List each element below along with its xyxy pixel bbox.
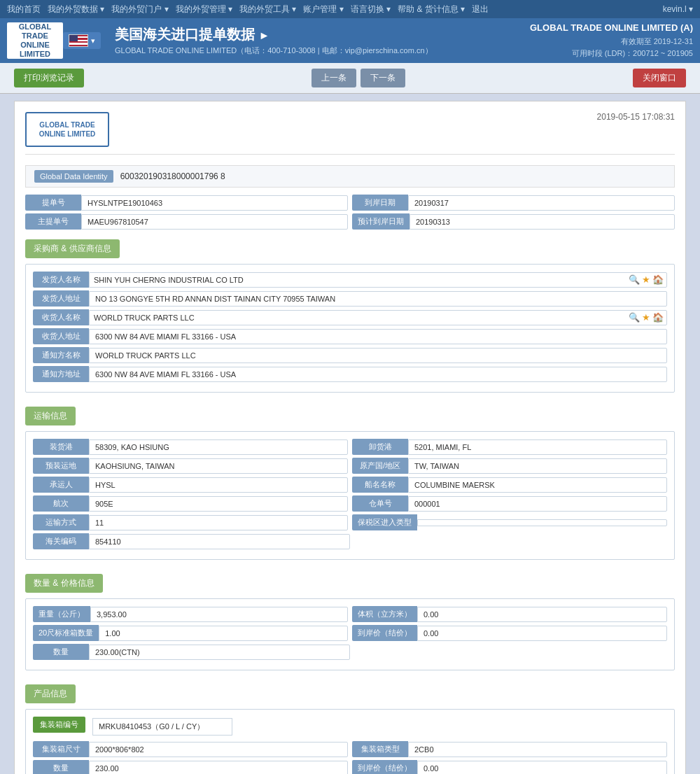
consignee-name-row: 收货人名称 WORLD TRUCK PARTS LLC 🔍 ★ 🏠 xyxy=(33,309,667,325)
bill-row: 提单号 HYSLNTPE19010463 到岸日期 20190317 xyxy=(25,195,675,211)
container-no-row: 集装箱编号 MRKU8410453（G0 / L / CY） xyxy=(33,717,667,737)
voyage-warehouse-row: 航次 905E 仓单号 000001 xyxy=(33,495,667,512)
transport-mode-value: 11 xyxy=(89,515,348,530)
prev-button-top[interactable]: 上一条 xyxy=(312,69,356,87)
main-bill-label: 主提单号 xyxy=(25,213,81,230)
warehouse-field: 仓单号 000001 xyxy=(352,495,667,512)
shipper-name-value: SHIN YUH CHERNG INDUSTRIAL CO LTD xyxy=(90,273,629,287)
quantity-container: 重量（公斤） 3,953.00 体积（立方米） 0.00 20尺标准箱数量 1.… xyxy=(25,598,675,670)
nav-foreign-manage[interactable]: 我的外贸管理 ▾ xyxy=(176,3,232,15)
loading-place-value: KAOHSIUNG, TAIWAN xyxy=(89,458,348,474)
print-button-top[interactable]: 打印浏览记录 xyxy=(14,69,84,87)
quantity-section-header: 数量 & 价格信息 xyxy=(25,574,103,593)
shore-price-field: 到岸价（结价） 0.00 xyxy=(352,625,667,641)
nav-language[interactable]: 语言切换 ▾ xyxy=(351,3,391,15)
consignee-addr-value: 6300 NW 84 AVE MIAMI FL 33166 - USA xyxy=(89,329,667,344)
arrival-date-label: 到岸日期 xyxy=(352,195,408,211)
transport-tariff-row: 运输方式 11 保税区进入类型 xyxy=(33,514,667,530)
shipper-name-row: 发货人名称 SHIN YUH CHERNG INDUSTRIAL CO LTD … xyxy=(33,272,667,288)
shipper-name-label: 发货人名称 xyxy=(33,272,89,288)
voyage-field: 航次 905E xyxy=(33,495,348,512)
transport-mode-field: 运输方式 11 xyxy=(33,514,348,530)
loading-place-field: 预装运地 KAOHSIUNG, TAIWAN xyxy=(33,458,348,474)
container-type-value: 2CB0 xyxy=(408,742,667,757)
nav-logout[interactable]: 退出 xyxy=(472,3,489,15)
bill-value: HYSLNTPE19010463 xyxy=(81,195,348,211)
departure-port-field: 装货港 58309, KAO HSIUNG xyxy=(33,439,348,455)
weight-volume-row: 重量（公斤） 3,953.00 体积（立方米） 0.00 xyxy=(33,606,667,622)
notify-addr-row: 通知方地址 6300 NW 84 AVE MIAMI FL 33166 - US… xyxy=(33,366,667,382)
home-icon[interactable]: 🏠 xyxy=(652,274,664,285)
tariff-zone-label: 保税区进入类型 xyxy=(352,514,417,530)
nav-foreign-tools[interactable]: 我的外贸工具 ▾ xyxy=(239,3,296,15)
warehouse-value: 000001 xyxy=(408,496,667,512)
qty-label: 数量 xyxy=(33,644,89,660)
carrier-vessel-row: 承运人 HYSL 船名名称 COLUMBINE MAERSK xyxy=(33,477,667,493)
origin-field: 原产国/地区 TW, TAIWAN xyxy=(352,458,667,474)
supplier-section-header: 采购商 & 供应商信息 xyxy=(25,239,120,258)
container20-shore-row: 20尺标准箱数量 1.00 到岸价（结价） 0.00 xyxy=(33,625,667,641)
carrier-field: 承运人 HYSL xyxy=(33,477,348,493)
product-qty-value: 230.00 xyxy=(89,761,348,775)
main-header: GLOBAL TRADE ONLINE LIMITED ▾ 美国海关进口提单数据… xyxy=(0,18,700,63)
notify-addr-label: 通知方地址 xyxy=(33,366,89,382)
arrival-port-field: 卸货港 5201, MIAMI, FL xyxy=(352,439,667,455)
doc-logo-text: GLOBAL TRADE ONLINE LIMITED xyxy=(39,120,96,139)
container-type-field: 集装箱类型 2CB0 xyxy=(352,741,667,757)
voyage-value: 905E xyxy=(89,496,348,512)
nav-help[interactable]: 帮助 & 货计信息 ▾ xyxy=(398,3,465,15)
identity-row: Global Data Identity 6003201903180000017… xyxy=(25,165,675,188)
weight-field: 重量（公斤） 3,953.00 xyxy=(33,606,348,622)
consignee-addr-field: 收货人地址 6300 NW 84 AVE MIAMI FL 33166 - US… xyxy=(33,328,667,344)
main-bill-value: MAEU967810547 xyxy=(81,214,348,230)
star-icon[interactable]: ★ xyxy=(642,274,650,285)
container-size-label: 集装箱尺寸 xyxy=(33,741,89,757)
search-icon[interactable]: 🔍 xyxy=(629,274,640,285)
planned-date-label: 预计到岸日期 xyxy=(352,213,410,230)
hs-code-field: 海关编码 854110 xyxy=(33,533,350,549)
transport-container: 装货港 58309, KAO HSIUNG 卸货港 5201, MIAMI, F… xyxy=(25,431,675,560)
transport-mode-label: 运输方式 xyxy=(33,514,89,530)
language-arrow: ▾ xyxy=(91,36,95,45)
consignee-star-icon[interactable]: ★ xyxy=(642,312,650,323)
nav-account[interactable]: 账户管理 ▾ xyxy=(303,3,343,15)
product-qty-shore-row: 数量 230.00 到岸价（结价） 0.00 xyxy=(33,760,667,774)
account-expire: 有效期至 2019-12-31 xyxy=(530,36,693,48)
document-datetime: 2019-05-15 17:08:31 xyxy=(597,112,675,122)
loading-origin-row: 预装运地 KAOHSIUNG, TAIWAN 原产国/地区 TW, TAIWAN xyxy=(33,458,667,474)
vessel-value: COLUMBINE MAERSK xyxy=(408,477,667,493)
language-selector[interactable]: ▾ xyxy=(63,32,101,49)
shore-price-label: 到岸价（结价） xyxy=(352,625,417,641)
container-type-label: 集装箱类型 xyxy=(352,741,408,757)
logo-area: GLOBAL TRADE ONLINE LIMITED xyxy=(7,22,63,59)
nav-buttons-top: 上一条 下一条 xyxy=(312,69,405,87)
close-button-top[interactable]: 关闭窗口 xyxy=(633,69,686,87)
container-no-value: MRKU8410453（G0 / L / CY） xyxy=(92,718,232,736)
product-shore-price-value: 0.00 xyxy=(417,761,667,775)
nav-foreign-data[interactable]: 我的外贸数据 ▾ xyxy=(48,3,104,15)
quantity-section: 数量 & 价格信息 重量（公斤） 3,953.00 体积（立方米） 0.00 2… xyxy=(25,567,675,670)
consignee-search-icon[interactable]: 🔍 xyxy=(629,312,640,323)
shipper-addr-field: 发货人地址 NO 13 GONGYE 5TH RD ANNAN DIST TAI… xyxy=(33,290,667,307)
vessel-field: 船名名称 COLUMBINE MAERSK xyxy=(352,477,667,493)
tariff-zone-field: 保税区进入类型 xyxy=(352,514,667,530)
shipper-icons: 🔍 ★ 🏠 xyxy=(629,274,666,285)
consignee-name-value-group: WORLD TRUCK PARTS LLC 🔍 ★ 🏠 xyxy=(89,310,667,325)
nav-menu-left: 我的首页 我的外贸数据 ▾ 我的外贸门户 ▾ 我的外贸管理 ▾ 我的外贸工具 ▾… xyxy=(7,3,489,15)
notify-addr-field: 通知方地址 6300 NW 84 AVE MIAMI FL 33166 - US… xyxy=(33,366,667,382)
consignee-home-icon[interactable]: 🏠 xyxy=(652,312,664,323)
nav-foreign-portal[interactable]: 我的外贸门户 ▾ xyxy=(111,3,168,15)
document-content: GLOBAL TRADE ONLINE LIMITED 2019-05-15 1… xyxy=(14,101,686,774)
username-display[interactable]: kevin.l ▾ xyxy=(663,4,693,14)
notify-name-label: 通知方名称 xyxy=(33,347,89,363)
shipper-name-field: 发货人名称 SHIN YUH CHERNG INDUSTRIAL CO LTD … xyxy=(33,272,667,288)
next-button-top[interactable]: 下一条 xyxy=(360,69,405,87)
loading-place-label: 预装运地 xyxy=(33,458,89,474)
arrival-port-value: 5201, MIAMI, FL xyxy=(408,439,667,455)
product-container: 集装箱编号 MRKU8410453（G0 / L / CY） 集装箱尺寸 200… xyxy=(25,709,675,774)
logo: GLOBAL TRADE ONLINE LIMITED xyxy=(7,22,63,59)
product-shore-price-field: 到岸价（结价） 0.00 xyxy=(352,760,667,774)
vessel-label: 船名名称 xyxy=(352,477,408,493)
weight-label: 重量（公斤） xyxy=(33,606,90,622)
nav-home[interactable]: 我的首页 xyxy=(7,3,41,15)
